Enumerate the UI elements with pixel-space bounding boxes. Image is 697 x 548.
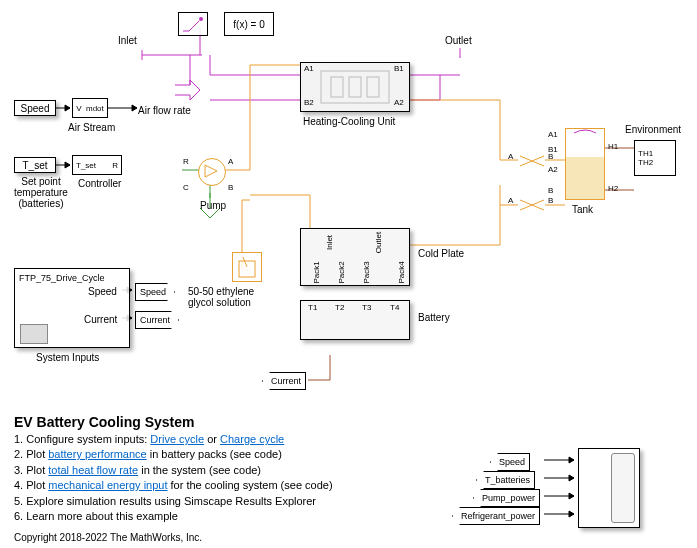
environment-block[interactable]: TH1 TH2 [634,140,676,176]
valve-bottom[interactable] [518,198,546,212]
inlet-label: Inlet [118,35,137,46]
switch-block[interactable] [178,12,208,36]
sysinputs-caption: System Inputs [36,352,99,363]
svg-rect-4 [367,77,379,97]
link-drive-cycle[interactable]: Drive cycle [150,433,204,445]
scope-sig-speed[interactable]: Speed [490,453,530,471]
airstream-caption: Air Stream [68,122,115,133]
controller-caption: Controller [78,178,121,189]
link-mech-energy[interactable]: mechanical energy input [48,479,167,491]
link-charge-cycle[interactable]: Charge cycle [220,433,284,445]
env-caption: Environment [625,124,681,135]
link-battery-perf[interactable]: battery performance [48,448,146,460]
svg-rect-2 [331,77,343,97]
pump-block[interactable] [198,158,226,186]
svg-rect-5 [239,261,255,277]
coldplate-caption: Cold Plate [418,248,464,259]
svg-rect-3 [349,77,361,97]
glycol-block[interactable] [232,252,262,282]
svg-rect-1 [321,71,389,103]
tank-block[interactable] [565,128,605,200]
current-goto-tag[interactable]: Current [135,311,179,329]
solver-label: f(x) = 0 [233,19,264,30]
speed-source[interactable]: Speed [14,100,56,116]
tset-caption: Set point temperature (batteries) [14,176,68,209]
outlet-label: Outlet [445,35,472,46]
scope-sig-refrig[interactable]: Refrigerant_power [452,507,540,525]
airstream-block[interactable]: V mdot [72,98,108,118]
scope-sig-tbatt[interactable]: T_batteries [476,471,535,489]
airflow-label: Air flow rate [138,105,191,116]
model-steps: 1. Configure system inputs: Drive cycle … [14,432,333,524]
link-heat-flow[interactable]: total heat flow rate [48,464,138,476]
glycol-caption: 50-50 ethylene glycol solution [188,286,254,308]
controller-block[interactable]: T_setR [72,155,122,175]
valve-top[interactable] [518,154,546,168]
scope-block[interactable] [578,448,640,528]
pump-caption: Pump [200,200,226,211]
tset-source[interactable]: T_set [14,157,56,173]
copyright: Copyright 2018-2022 The MathWorks, Inc. [14,532,202,543]
model-title: EV Battery Cooling System [14,414,195,430]
scope-sig-pump[interactable]: Pump_power [473,489,540,507]
current-from-tag[interactable]: Current [262,372,306,390]
solver-block[interactable]: f(x) = 0 [224,12,274,36]
scope-icon [20,324,48,344]
battery-caption: Battery [418,312,450,323]
tank-caption: Tank [572,204,593,215]
speed-goto-tag[interactable]: Speed [135,283,175,301]
hcu-caption: Heating-Cooling Unit [303,116,395,127]
svg-point-0 [199,17,203,21]
